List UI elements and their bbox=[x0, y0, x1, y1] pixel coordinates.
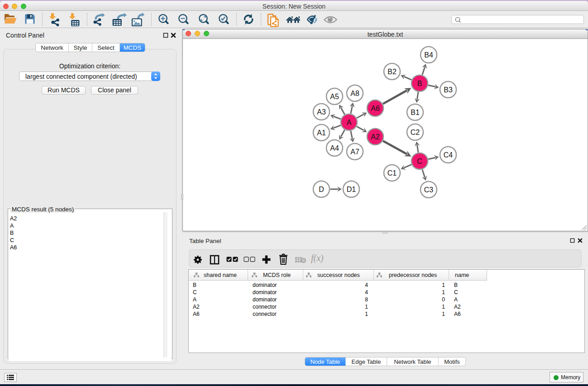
svg-text:A1: A1 bbox=[317, 129, 326, 137]
svg-text:A: A bbox=[347, 119, 352, 126]
svg-text:A8: A8 bbox=[350, 90, 359, 97]
svg-text:A2: A2 bbox=[371, 133, 380, 141]
svg-text:B4: B4 bbox=[424, 51, 433, 59]
svg-text:B2: B2 bbox=[387, 68, 397, 76]
svg-text:D1: D1 bbox=[347, 186, 356, 193]
svg-text:C2: C2 bbox=[411, 129, 420, 136]
svg-text:A7: A7 bbox=[350, 148, 359, 156]
svg-text:C: C bbox=[417, 157, 422, 165]
svg-text:A5: A5 bbox=[330, 93, 339, 100]
svg-text:D: D bbox=[319, 186, 324, 193]
svg-text:A6: A6 bbox=[371, 105, 380, 112]
svg-text:C1: C1 bbox=[387, 169, 397, 177]
svg-text:C3: C3 bbox=[424, 186, 434, 194]
svg-text:B3: B3 bbox=[444, 86, 453, 94]
svg-text:A3: A3 bbox=[317, 108, 326, 116]
svg-text:C4: C4 bbox=[444, 151, 453, 159]
svg-text:B1: B1 bbox=[411, 109, 420, 116]
svg-text:A4: A4 bbox=[330, 144, 339, 152]
svg-text:B: B bbox=[417, 80, 422, 87]
